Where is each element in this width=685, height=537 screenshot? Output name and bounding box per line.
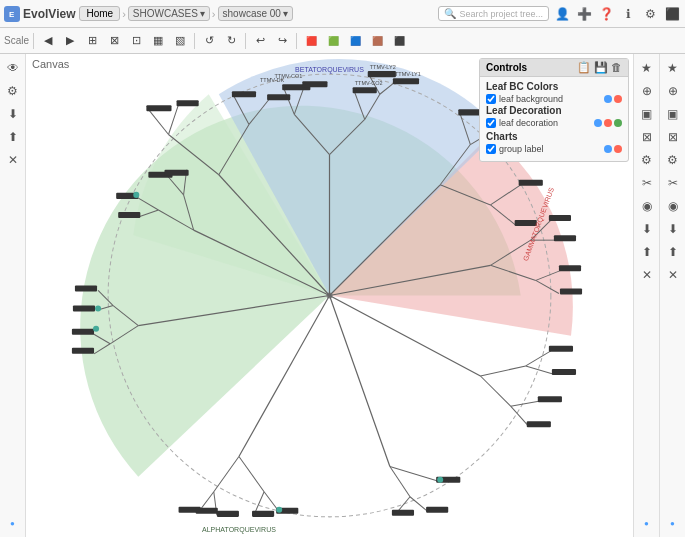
svg-text:TTMV-LY1: TTMV-LY1 [395,71,421,77]
tb-back[interactable]: ◀ [38,31,58,51]
deco-dot-blue[interactable] [594,119,602,127]
sb-b-upload[interactable]: ⬆ [637,242,657,262]
ctrl-save-icon[interactable]: 💾 [594,61,608,74]
svg-text:E: E [9,10,15,19]
settings-icon[interactable]: ⚙ [641,5,659,23]
tb-grid1[interactable]: ⊞ [82,31,102,51]
sb-b-circle[interactable]: ◉ [637,196,657,216]
group-dot-blue[interactable] [604,145,612,153]
tb-redo-rotate[interactable]: ↻ [221,31,241,51]
group-dot-red[interactable] [614,145,622,153]
sidebar-download-icon[interactable]: ⬇ [3,104,23,124]
tb-grid4[interactable]: ▦ [148,31,168,51]
leaf-deco-row: leaf decoration [486,118,622,128]
global-search-box[interactable]: 🔍 Search project tree... [438,6,549,21]
leaf-deco-checkbox[interactable] [486,118,496,128]
controls-label: Controls [486,62,527,73]
svg-point-119 [276,507,282,513]
canvas-label: Canvas [32,58,69,70]
sb-b-settings[interactable]: ⚙ [637,150,657,170]
sb-c-settings[interactable]: ⚙ [663,150,683,170]
svg-rect-105 [252,511,274,517]
tb-separator-2 [194,33,195,49]
showcases-dropdown[interactable]: SHOWCASES ▾ [128,6,210,21]
leaf-bg-checkbox[interactable] [486,94,496,104]
group-dots [604,145,622,153]
plus-icon[interactable]: ➕ [575,5,593,23]
svg-rect-74 [368,71,396,77]
info-icon[interactable]: ℹ [619,5,637,23]
tb-separator-3 [245,33,246,49]
svg-line-45 [390,467,440,482]
dot-red[interactable] [614,95,622,103]
logout-icon[interactable]: ⬛ [663,5,681,23]
tb-separator-1 [33,33,34,49]
sb-b-cross[interactable]: ⊠ [637,127,657,147]
sb-c-close[interactable]: ✕ [663,265,683,285]
sidebar-left: 👁 ⚙ ⬇ ⬆ ✕ ● [0,54,26,537]
sb-b-blue-dot: ● [637,513,657,533]
sb-b-scissors[interactable]: ✂ [637,173,657,193]
sb-b-download[interactable]: ⬇ [637,219,657,239]
deco-dot-green[interactable] [614,119,622,127]
tb-grid3[interactable]: ⊡ [126,31,146,51]
tb-color-2[interactable]: 🟩 [323,31,343,51]
dot-blue[interactable] [604,95,612,103]
svg-rect-97 [72,348,94,354]
deco-dot-red[interactable] [604,119,612,127]
group-label-checkbox[interactable] [486,144,496,154]
sidebar-close-icon[interactable]: ✕ [3,150,23,170]
sb-c-download[interactable]: ⬇ [663,219,683,239]
sidebar-eye-icon[interactable]: 👁 [3,58,23,78]
leaf-bg-label: leaf background [499,94,601,104]
sb-c-scissors[interactable]: ✂ [663,173,683,193]
svg-rect-77 [267,94,290,100]
tb-color-1[interactable]: 🟥 [301,31,321,51]
svg-rect-83 [549,215,571,221]
svg-rect-99 [118,212,140,218]
topbar: E EvolView Home › SHOWCASES ▾ › showcase… [0,0,685,28]
sb-c-grid[interactable]: ▣ [663,104,683,124]
tb-grid5[interactable]: ▧ [170,31,190,51]
tb-grid2[interactable]: ⊠ [104,31,124,51]
leaf-deco-section: Leaf Decoration leaf decoration [486,105,622,128]
tb-forward[interactable]: ▶ [60,31,80,51]
sidebar-right-b: ★ ⊕ ▣ ⊠ ⚙ ✂ ◉ ⬇ ⬆ ✕ ● [633,54,659,537]
svg-rect-104 [217,511,239,517]
home-button[interactable]: Home [79,6,120,21]
svg-line-7 [148,109,168,134]
ctrl-delete-icon[interactable]: 🗑 [611,61,622,74]
sb-b-close[interactable]: ✕ [637,265,657,285]
help-icon[interactable]: ❓ [597,5,615,23]
leaf-bg-row: leaf background [486,94,622,104]
tb-undo[interactable]: ↩ [250,31,270,51]
top-icons: 👤 ➕ ❓ ℹ ⚙ ⬛ [553,5,681,23]
sb-c-plus[interactable]: ⊕ [663,81,683,101]
tb-color-5[interactable]: ⬛ [389,31,409,51]
sidebar-upload-icon[interactable]: ⬆ [3,127,23,147]
app-title: EvolView [23,7,75,21]
logo-icon: E [4,6,20,22]
leaf-deco-label: leaf decoration [499,118,591,128]
sb-c-cross[interactable]: ⊠ [663,127,683,147]
sb-b-star[interactable]: ★ [637,58,657,78]
tb-redo[interactable]: ↪ [272,31,292,51]
svg-rect-72 [302,81,327,87]
svg-rect-73 [353,87,377,93]
user-icon[interactable]: 👤 [553,5,571,23]
showcase-dropdown[interactable]: showcase 00 ▾ [218,6,293,21]
sb-c-upload[interactable]: ⬆ [663,242,683,262]
tb-color-4[interactable]: 🟫 [367,31,387,51]
ctrl-copy-icon[interactable]: 📋 [577,61,591,74]
sb-b-plus[interactable]: ⊕ [637,81,657,101]
svg-rect-87 [549,346,573,352]
tb-undo-rotate[interactable]: ↺ [199,31,219,51]
svg-point-117 [133,192,139,198]
sidebar-settings-icon[interactable]: ⚙ [3,81,23,101]
sb-c-star[interactable]: ★ [663,58,683,78]
tb-color-3[interactable]: 🟦 [345,31,365,51]
svg-rect-85 [559,265,581,271]
sb-c-circle[interactable]: ◉ [663,196,683,216]
sb-b-grid[interactable]: ▣ [637,104,657,124]
svg-rect-91 [392,510,414,516]
